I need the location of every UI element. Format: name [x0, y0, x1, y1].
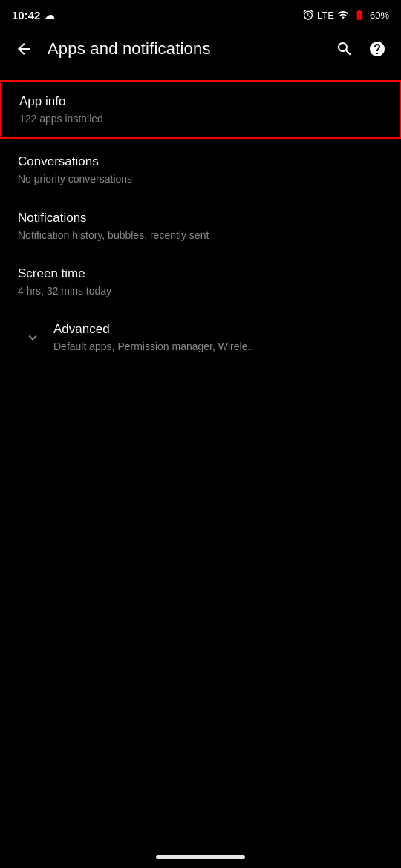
signal-icon — [337, 9, 349, 21]
battery-percent: 60% — [370, 10, 389, 21]
battery-icon — [352, 9, 367, 21]
settings-list: App info 122 apps installed Conversation… — [0, 71, 401, 371]
settings-item-title-advanced: Advanced — [53, 321, 383, 338]
settings-item-text: Screen time 4 hrs, 32 mins today — [18, 266, 383, 297]
settings-item-title-notifications: Notifications — [18, 210, 383, 226]
lte-label: LTE — [317, 10, 334, 21]
app-bar-actions — [330, 34, 392, 64]
settings-item-title-app-info: App info — [19, 93, 382, 110]
settings-item-advanced[interactable]: Advanced Default apps, Permission manage… — [0, 309, 401, 365]
help-icon — [368, 40, 386, 58]
settings-item-text: Advanced Default apps, Permission manage… — [53, 321, 383, 353]
status-time: 10:42 — [12, 9, 40, 22]
settings-item-text: Notifications Notification history, bubb… — [18, 210, 383, 242]
home-indicator — [156, 855, 245, 859]
settings-item-subtitle-screen-time: 4 hrs, 32 mins today — [18, 284, 383, 297]
settings-item-text: App info 122 apps installed — [19, 93, 382, 125]
settings-item-conversations[interactable]: Conversations No priority conversations — [0, 142, 401, 197]
settings-item-subtitle-advanced: Default apps, Permission manager, Wirele… — [53, 340, 383, 353]
search-icon — [336, 40, 353, 58]
settings-item-notifications[interactable]: Notifications Notification history, bubb… — [0, 198, 401, 254]
back-arrow-icon — [15, 40, 33, 58]
status-bar-right: LTE 60% — [302, 9, 389, 21]
settings-item-subtitle-conversations: No priority conversations — [18, 172, 383, 185]
chevron-down-icon — [18, 329, 48, 346]
status-bar: 10:42 ☁ LTE 60% — [0, 0, 401, 27]
alarm-icon — [302, 9, 314, 21]
page-title: Apps and notifications — [48, 39, 321, 59]
settings-item-app-info[interactable]: App info 122 apps installed — [0, 80, 401, 139]
back-button[interactable] — [9, 34, 39, 64]
status-bar-left: 10:42 ☁ — [12, 9, 55, 22]
search-button[interactable] — [330, 34, 359, 64]
settings-item-title-conversations: Conversations — [18, 154, 383, 170]
app-bar: Apps and notifications — [0, 27, 401, 71]
help-button[interactable] — [362, 34, 392, 64]
settings-item-screen-time[interactable]: Screen time 4 hrs, 32 mins today — [0, 254, 401, 309]
settings-item-subtitle-notifications: Notification history, bubbles, recently … — [18, 228, 383, 242]
cloud-icon: ☁ — [45, 9, 55, 21]
settings-item-subtitle-app-info: 122 apps installed — [19, 112, 382, 125]
settings-item-text: Conversations No priority conversations — [18, 154, 383, 185]
settings-item-title-screen-time: Screen time — [18, 266, 383, 282]
